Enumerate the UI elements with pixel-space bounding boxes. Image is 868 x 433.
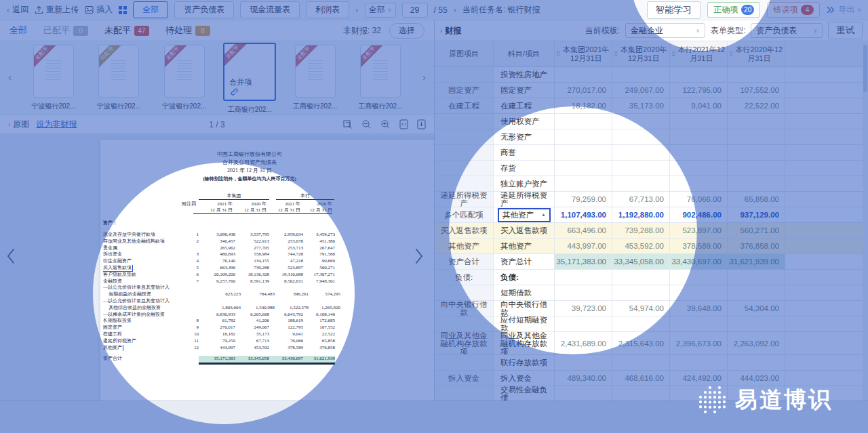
retry-button[interactable]: 重试	[828, 22, 863, 39]
filter-button-全部[interactable]: 全部	[133, 1, 168, 18]
filter-button-现金流量表[interactable]: 现金流量表	[240, 1, 300, 18]
form-type-select[interactable]: 资产负债表 ∨	[751, 23, 823, 38]
subject-dropdown[interactable]: 其他资产▲	[498, 208, 551, 222]
cell-value: 739,288.00	[612, 223, 670, 239]
cell-subject[interactable]: 应付短期融资款	[494, 316, 555, 332]
thumbnail-item[interactable]: 未配平合并项工商银行202...	[219, 41, 280, 115]
cell-subject[interactable]: 资产总计	[494, 254, 555, 270]
error-items-button[interactable]: 错误项 4	[767, 2, 820, 18]
cell-subject[interactable]: 在建工程	[494, 98, 555, 114]
cell-subject[interactable]: 同业及其他金融机构存放款项	[494, 332, 555, 355]
zoom-in-icon[interactable]	[380, 119, 391, 129]
column-header[interactable]: ⠿本集团2020年12月31日	[612, 41, 670, 67]
cell-subject[interactable]: 其他资产	[494, 239, 555, 254]
column-header[interactable]: ⠿本行2021年12月31日	[670, 41, 728, 67]
thumbnail-item[interactable]: 未配平宁波银行202...	[154, 41, 215, 111]
doc-label: 其他资产	[103, 345, 185, 352]
smart-learning-button[interactable]: 智能学习	[647, 1, 701, 19]
doc-value	[269, 285, 303, 291]
thumbnail-card[interactable]: 未配平	[33, 45, 74, 98]
cell-subject[interactable]: 使用权资产	[494, 114, 555, 129]
reupload-button[interactable]: 重新上传	[35, 4, 79, 16]
table-row[interactable]: 在建工程在建工程18,182.0035,173.009,041.0022,522…	[435, 98, 868, 114]
grid-view-icon[interactable]	[119, 6, 127, 14]
thumbnail-card[interactable]: 未配平	[295, 45, 336, 98]
cell-subject[interactable]: 短期借款	[494, 285, 555, 301]
page-scope-select[interactable]: 全部 ∨	[365, 3, 396, 18]
document-page[interactable]: 中国工商银行股份有限公司合并及公司资产负债表2021 年 12 月 31 日(除…	[100, 140, 434, 401]
cell-subject[interactable]: 其他资产▲	[494, 207, 555, 223]
zoom-out-icon[interactable]	[361, 119, 372, 129]
export-button[interactable]: 导出 ∨	[827, 4, 861, 16]
cell-subject[interactable]: 商誉	[494, 145, 555, 161]
cell-subject[interactable]: 递延所得税资产	[494, 192, 555, 207]
collapse-icon[interactable]: ›	[440, 27, 442, 35]
table-row[interactable]: 商誉	[435, 145, 868, 161]
viewer-prev-icon[interactable]	[5, 247, 16, 265]
table-row[interactable]: 同业及其他金融机构存放款项同业及其他金融机构存放款项2,431,689.002,…	[435, 332, 868, 355]
correct-items-button[interactable]: 正确项 20	[707, 2, 760, 18]
column-header[interactable]: ⠿本集团2021年12月31日	[555, 41, 612, 67]
cell-subject[interactable]: 联行存放款项	[494, 355, 555, 371]
cell-subject[interactable]: 存货	[494, 161, 555, 176]
table-row[interactable]: 固定资产固定资产270,017.00249,067.00122,795.0010…	[435, 83, 868, 98]
cell-subject[interactable]: 拆入资金	[494, 371, 555, 386]
tab-未配平[interactable]: 未配平47	[104, 24, 149, 37]
table-row[interactable]: 应付短期融资款	[435, 316, 868, 332]
doc-value: 253,678	[269, 239, 303, 245]
cell-subject[interactable]: 投资性房地产	[494, 67, 555, 83]
cell-subject[interactable]: 固定资产	[494, 83, 555, 98]
page-number-input[interactable]: 29	[402, 3, 428, 18]
table-row[interactable]: 其他资产其他资产443,997.00453,592.00378,589.0037…	[435, 239, 868, 254]
column-header[interactable]: ⠿本行2020年12月31日	[728, 41, 785, 67]
tab-全部[interactable]: 全部	[9, 24, 27, 37]
table-row[interactable]: 存货	[435, 161, 868, 176]
tab-待处理[interactable]: 待处理8	[165, 24, 210, 37]
table-row[interactable]: 使用权资产	[435, 114, 868, 129]
thumbnail-card[interactable]: 未配平	[164, 45, 205, 98]
select-button[interactable]: 选择	[389, 23, 425, 39]
table-row[interactable]: 负债:负债:	[435, 270, 868, 285]
crop-icon[interactable]	[342, 119, 353, 129]
thumbs-prev-icon[interactable]: ‹	[8, 71, 12, 83]
table-row[interactable]: 买入返售款项买入返售款项663,496.00739,288.00523,897.…	[435, 223, 868, 239]
table-row[interactable]: 联行存放款项	[435, 355, 868, 371]
page-prev-icon[interactable]: ‹	[355, 5, 358, 15]
table-row[interactable]: 无形资产	[435, 129, 868, 145]
table-row[interactable]: 短期借款	[435, 285, 868, 301]
table-row[interactable]: 多个匹配项其他资产▲1,107,493.001,192,880.00902,48…	[435, 207, 868, 223]
thumbnail-card[interactable]: 未配平合并项	[223, 43, 276, 101]
insert-button[interactable]: 插入	[85, 4, 113, 16]
cell-subject[interactable]: 买入返售款项	[494, 223, 555, 239]
page-next-icon[interactable]: ›	[454, 5, 456, 15]
doc-export-icon[interactable]	[417, 119, 426, 129]
table-row[interactable]: 投资性房地产	[435, 67, 868, 83]
thumbnail-item[interactable]: 待处理宁波银行202...	[88, 41, 149, 111]
cell-subject[interactable]: 独立账户资产	[494, 176, 555, 192]
thumbs-next-icon[interactable]: ›	[422, 71, 426, 83]
table-row[interactable]: 独立账户资产	[435, 176, 868, 192]
thumbnail-item[interactable]: 未配平宁波银行202...	[23, 41, 84, 111]
cell-subject[interactable]: 交易性金融负债	[494, 386, 555, 400]
cell-subject[interactable]: 向中央银行借款	[494, 301, 555, 316]
thumbnail-card[interactable]: 待处理	[98, 45, 139, 98]
template-select[interactable]: 金融企业 ∨	[625, 23, 705, 38]
thumbnail-item[interactable]: 未配平工商银行202...	[285, 41, 346, 111]
filter-button-资产负债表[interactable]: 资产负债表	[174, 1, 234, 18]
vertical-scrollbar[interactable]	[863, 41, 868, 400]
tab-已配平[interactable]: 已配平0	[43, 24, 88, 37]
thumbnail-card[interactable]: 未配平	[360, 45, 401, 98]
cell-value	[728, 316, 785, 332]
cell-subject[interactable]: 负债:	[494, 270, 555, 285]
table-row[interactable]: 向中央银行借款向中央银行借款39,723.0054,974.0039,648.0…	[435, 301, 868, 316]
back-button[interactable]: ‹ 返回	[7, 4, 28, 16]
cell-subject[interactable]: 无形资产	[494, 129, 555, 145]
filter-button-利润表[interactable]: 利润表	[306, 1, 349, 18]
collapse-icon[interactable]: ›	[8, 121, 10, 128]
doc-code-icon[interactable]	[399, 119, 408, 129]
set-non-financial-link[interactable]: 设为非财报	[36, 119, 77, 130]
table-row[interactable]: 资产合计资产总计35,171,383.0033,345,058.0033,430…	[435, 254, 868, 270]
table-row[interactable]: 递延所得税资产递延所得税资产79,259.0067,713.0076,066.0…	[435, 192, 868, 207]
viewer-next-icon[interactable]	[414, 247, 425, 265]
thumbnail-item[interactable]: 未配平工商银行202...	[350, 41, 411, 111]
